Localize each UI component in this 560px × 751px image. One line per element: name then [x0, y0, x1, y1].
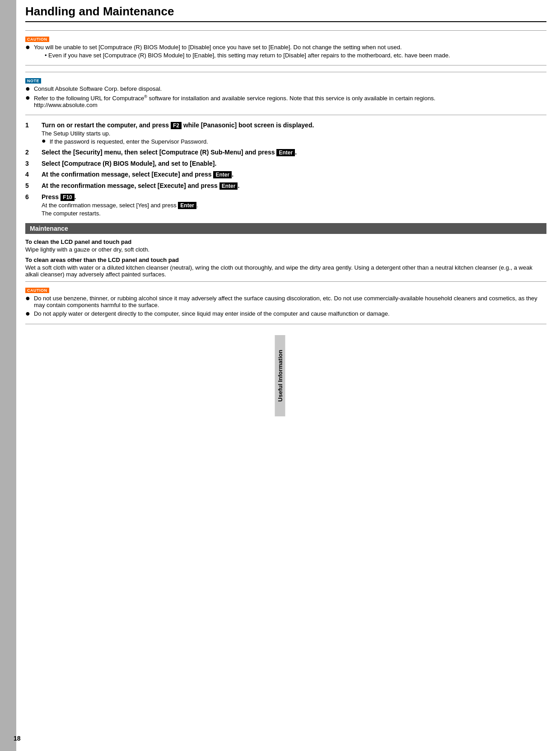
step-1-sub-bullet: ● If the password is requested, enter th…: [42, 138, 546, 145]
other-title: To clean areas other than the LCD panel …: [25, 257, 546, 263]
caution-label-2: CAUTION: [25, 288, 49, 293]
other-text: Wet a soft cloth with water or a diluted…: [25, 264, 546, 278]
step-3: 3 Select [Computrace (R) BIOS Module], a…: [25, 160, 546, 167]
enter-key-4: Enter: [213, 171, 232, 178]
step-6-num: 6: [25, 193, 42, 201]
lcd-text: Wipe lightly with a gauze or other dry, …: [25, 246, 546, 253]
bullet-dot: ●: [25, 43, 30, 51]
step-3-content: Select [Computrace (R) BIOS Module], and…: [42, 160, 546, 167]
step-4: 4 At the confirmation message, select [E…: [25, 171, 546, 178]
note-item-1: ● Consult Absolute Software Corp. before…: [25, 85, 546, 93]
note-label: NOTE: [25, 78, 41, 84]
page-number: 18: [14, 735, 21, 742]
step-2-title: Select the [Security] menu, then select …: [42, 149, 546, 156]
note-item-2-text: Refer to the following URL for Computrac…: [34, 94, 435, 108]
caution-label-1: CAUTION: [25, 37, 49, 42]
step-1-title: Turn on or restart the computer, and pre…: [42, 121, 546, 129]
caution-item-1-main: You will be unable to set [Computrace (R…: [34, 44, 402, 51]
note-item-2: ● Refer to the following URL for Computr…: [25, 94, 546, 108]
note-section: NOTE ● Consult Absolute Software Corp. b…: [25, 72, 546, 115]
step-5: 5 At the reconfirmation message, select …: [25, 182, 546, 190]
step-1-bullet-text: If the password is requested, enter the …: [50, 138, 208, 145]
step-4-num: 4: [25, 171, 42, 178]
main-content: Handling and Maintenance CAUTION ● You w…: [16, 0, 560, 751]
caution-2-item-2: ● Do not apply water or detergent direct…: [25, 310, 546, 317]
enter-key-2: Enter: [276, 149, 295, 156]
caution-2-bullet-1: ●: [25, 294, 30, 302]
caution-section-2: CAUTION ● Do not use benzene, thinner, o…: [25, 281, 546, 324]
f2-key: F2: [171, 122, 182, 129]
step-6-sub-2: The computer restarts.: [42, 210, 546, 217]
f10-key: F10: [61, 194, 75, 201]
note-item-1-text: Consult Absolute Software Corp. before d…: [34, 85, 162, 92]
step-1-sub: The Setup Utility starts up.: [42, 130, 546, 137]
step-4-title: At the confirmation message, select [Exe…: [42, 171, 546, 178]
side-bar: Useful Information: [0, 0, 16, 751]
page-title: Handling and Maintenance: [25, 5, 546, 22]
caution-section-1: CAUTION ● You will be unable to set [Com…: [25, 30, 546, 65]
step-2-content: Select the [Security] menu, then select …: [42, 149, 546, 156]
step-4-content: At the confirmation message, select [Exe…: [42, 171, 546, 178]
step-2-num: 2: [25, 149, 42, 156]
bullet-dot-note-2: ●: [25, 93, 30, 102]
step-1-bullet-dot: ●: [42, 137, 46, 145]
step-5-title: At the reconfirmation message, select [E…: [42, 182, 546, 190]
caution-sub-bullet-1: Even if you have set [Computrace (R) BIO…: [45, 52, 450, 59]
steps-section: 1 Turn on or restart the computer, and p…: [25, 121, 546, 217]
step-5-content: At the reconfirmation message, select [E…: [42, 182, 546, 190]
step-1-content: Turn on or restart the computer, and pre…: [42, 121, 546, 145]
caution-2-item-1: ● Do not use benzene, thinner, or rubbin…: [25, 295, 546, 308]
step-6-sub-1: At the confirmation message, select [Yes…: [42, 202, 546, 209]
step-1: 1 Turn on or restart the computer, and p…: [25, 121, 546, 145]
maintenance-section: Maintenance To clean the LCD panel and t…: [25, 223, 546, 278]
enter-key-6: Enter: [178, 202, 196, 209]
caution-2-bullet-2: ●: [25, 309, 30, 317]
caution-2-item-2-text: Do not apply water or detergent directly…: [34, 310, 390, 317]
step-3-title: Select [Computrace (R) BIOS Module], and…: [42, 160, 546, 167]
step-6: 6 Press F10. At the confirmation message…: [25, 193, 546, 217]
step-2: 2 Select the [Security] menu, then selec…: [25, 149, 546, 156]
side-tab-label: Useful Information: [275, 335, 285, 416]
caution-2-item-1-text: Do not use benzene, thinner, or rubbing …: [34, 295, 546, 308]
step-6-content: Press F10. At the confirmation message, …: [42, 193, 546, 217]
enter-key-5: Enter: [219, 182, 238, 190]
caution-item-1-content: You will be unable to set [Computrace (R…: [34, 44, 450, 59]
bullet-dot-note-1: ●: [25, 84, 30, 93]
caution-item-1: ● You will be unable to set [Computrace …: [25, 44, 546, 59]
step-6-title: Press F10.: [42, 193, 546, 201]
step-5-num: 5: [25, 182, 42, 189]
step-1-num: 1: [25, 121, 42, 129]
step-3-num: 3: [25, 160, 42, 167]
lcd-title: To clean the LCD panel and touch pad: [25, 238, 546, 245]
maintenance-header: Maintenance: [25, 223, 546, 234]
